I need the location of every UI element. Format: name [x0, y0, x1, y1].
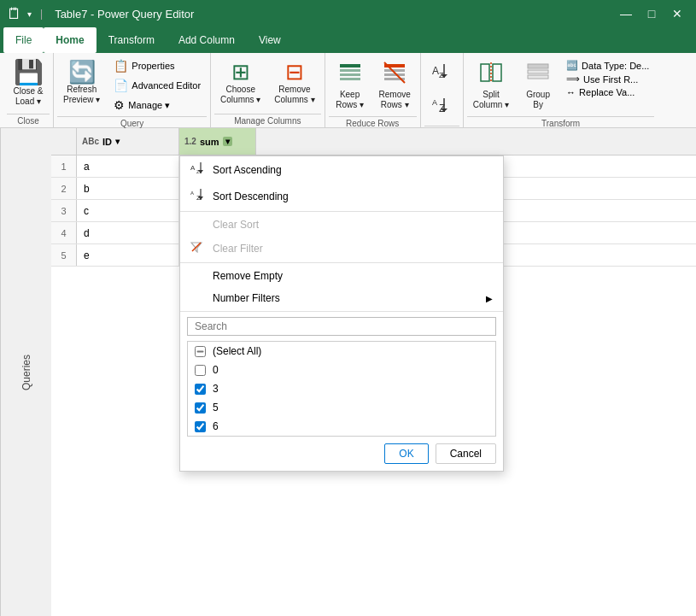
ok-button[interactable]: OK: [384, 443, 428, 464]
properties-button[interactable]: 📋 Properties: [108, 56, 207, 75]
split-column-button[interactable]: SplitColumn ▾: [467, 56, 515, 114]
svg-rect-18: [493, 64, 501, 81]
remove-columns-button[interactable]: ⊟ RemoveColumns ▾: [268, 56, 320, 109]
minimize-button[interactable]: —: [614, 2, 638, 26]
sort-descending-button[interactable]: AZ: [424, 91, 453, 124]
replace-values-label: Replace Va...: [579, 87, 635, 97]
remove-rows-icon: [383, 61, 406, 88]
val-5-item[interactable]: 5: [188, 398, 495, 417]
svg-rect-22: [528, 75, 548, 79]
sum-dropdown-button[interactable]: ▾: [223, 137, 232, 146]
choose-columns-icon: ⊞: [231, 61, 250, 83]
val-6-item[interactable]: 6: [188, 417, 495, 436]
maximize-button[interactable]: □: [640, 2, 664, 26]
cell-id: c: [77, 200, 179, 221]
svg-rect-20: [528, 64, 548, 68]
choose-columns-button[interactable]: ⊞ ChooseColumns ▾: [214, 56, 266, 109]
separator-2: [180, 262, 503, 263]
cell-id: d: [77, 222, 179, 243]
query-small-buttons: 📋 Properties 📄 Advanced Editor ⚙ Manage …: [108, 56, 207, 114]
keep-rows-label: KeepRows ▾: [336, 90, 364, 110]
clear-filter-icon: [190, 241, 206, 255]
sort-desc-icon: AZ: [430, 97, 447, 118]
sort-ascending-item[interactable]: AZ Sort Ascending: [180, 156, 503, 183]
menu-home[interactable]: Home: [44, 27, 96, 53]
val-3-checkbox[interactable]: [195, 384, 206, 395]
advanced-editor-button[interactable]: 📄 Advanced Editor: [108, 76, 207, 95]
query-group-buttons: 🔄 RefreshPreview ▾ 📋 Properties 📄 Advanc…: [57, 56, 207, 114]
remove-empty-item[interactable]: Remove Empty: [180, 265, 503, 287]
id-column-name: ID: [102, 137, 112, 147]
sort-descending-item[interactable]: AZ Sort Descending: [180, 183, 503, 209]
filter-search-input[interactable]: [195, 320, 488, 332]
val-5-checkbox[interactable]: [195, 402, 206, 414]
remove-rows-button[interactable]: RemoveRows ▾: [373, 56, 417, 114]
row-number: 2: [51, 178, 77, 199]
menu-add-column[interactable]: Add Column: [167, 27, 247, 53]
val-0-checkbox[interactable]: [195, 365, 206, 376]
sum-column-name: sum: [200, 137, 219, 147]
svg-rect-21: [528, 70, 548, 73]
sum-column-header[interactable]: 1.2 sum ▾: [179, 128, 256, 155]
row-number: 3: [51, 200, 77, 221]
remove-columns-icon: ⊟: [285, 61, 304, 83]
sort-ascending-button[interactable]: AZ: [424, 56, 453, 90]
manage-columns-buttons: ⊞ ChooseColumns ▾ ⊟ RemoveColumns ▾: [214, 56, 321, 112]
ribbon-group-query: 🔄 RefreshPreview ▾ 📋 Properties 📄 Advanc…: [54, 53, 211, 127]
use-first-button[interactable]: ⟹ Use First R...: [566, 73, 649, 85]
manage-button[interactable]: ⚙ Manage ▾: [108, 96, 207, 114]
svg-text:A: A: [190, 191, 194, 196]
row-number: 5: [51, 244, 77, 266]
clear-sort-label: Clear Sort: [213, 219, 259, 231]
keep-rows-button[interactable]: KeepRows ▾: [329, 56, 371, 114]
ribbon-group-close: 💾 Close &Load ▾ Close: [3, 53, 54, 127]
menu-transform[interactable]: Transform: [97, 27, 167, 53]
svg-text:A: A: [432, 98, 437, 107]
keep-rows-icon: [338, 61, 362, 88]
remove-rows-label: RemoveRows ▾: [379, 90, 411, 110]
properties-label: Properties: [132, 61, 174, 71]
svg-rect-3: [340, 78, 360, 80]
manage-icon: ⚙: [114, 98, 125, 112]
menu-view[interactable]: View: [247, 27, 293, 53]
clear-filter-label: Clear Filter: [213, 243, 263, 255]
data-type-label: Data Type: De...: [582, 61, 649, 71]
close-button[interactable]: ✕: [665, 2, 689, 26]
id-dropdown-button[interactable]: ▾: [115, 137, 120, 146]
close-load-icon: 💾: [14, 61, 44, 85]
choose-columns-label: ChooseColumns ▾: [220, 85, 260, 105]
filter-search-box: [187, 317, 496, 336]
replace-values-icon: ↔: [566, 87, 576, 97]
val-0-item[interactable]: 0: [188, 361, 495, 379]
replace-values-button[interactable]: ↔ Replace Va...: [566, 87, 649, 97]
svg-text:Z: Z: [196, 169, 200, 174]
id-column-header[interactable]: ABc ID ▾: [77, 128, 179, 155]
id-type-icon: ABc: [82, 137, 99, 146]
data-type-button[interactable]: 🔤 Data Type: De...: [566, 60, 649, 71]
manage-columns-group-label: Manage Columns: [214, 114, 321, 127]
number-filters-label: Number Filters: [213, 292, 280, 304]
menu-file[interactable]: File: [3, 27, 44, 53]
refresh-preview-button[interactable]: 🔄 RefreshPreview ▾: [57, 56, 106, 109]
val-3-item[interactable]: 3: [188, 379, 495, 398]
number-filters-item[interactable]: Number Filters ▶: [180, 287, 503, 309]
val-6-checkbox[interactable]: [195, 421, 206, 432]
close-group-label: Close: [7, 114, 50, 127]
group-by-button[interactable]: GroupBy: [517, 56, 559, 114]
select-all-item[interactable]: (Select All): [188, 342, 495, 361]
queries-sidebar: Queries: [0, 128, 51, 616]
select-all-checkbox[interactable]: [195, 346, 206, 357]
manage-label: Manage ▾: [128, 100, 170, 111]
svg-rect-2: [340, 73, 360, 76]
reduce-rows-buttons: KeepRows ▾ RemoveRows ▾: [329, 56, 417, 114]
close-load-button[interactable]: 💾 Close &Load ▾: [7, 56, 50, 111]
sum-type-icon: 1.2: [184, 137, 196, 146]
cancel-button[interactable]: Cancel: [436, 443, 496, 464]
cell-id: a: [77, 155, 179, 177]
sort-col: AZ AZ: [424, 56, 453, 124]
use-first-icon: ⟹: [566, 73, 580, 85]
title-bar-title: Table7 - Power Query Editor: [55, 8, 194, 21]
filter-checkbox-list: (Select All) 0 3 5 6: [187, 341, 496, 437]
row-number: 4: [51, 222, 77, 243]
transform-buttons: SplitColumn ▾ GroupBy 🔤 Data Type: De...…: [467, 56, 655, 114]
